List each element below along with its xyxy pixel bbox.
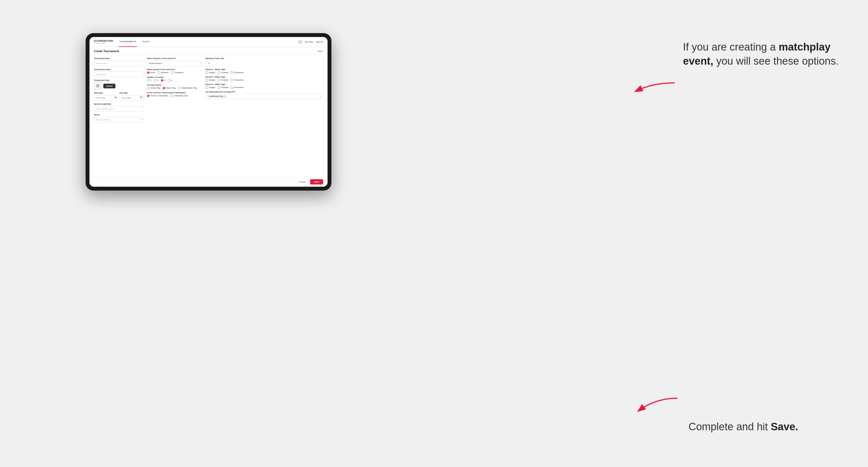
- round-4[interactable]: 4: [167, 79, 172, 82]
- round1-foursomes-radio[interactable]: [230, 71, 233, 74]
- scoring-medal-label: Medal Match Play: [181, 87, 197, 89]
- round2-fourball-radio[interactable]: [218, 79, 220, 82]
- teams-radio[interactable]: [147, 94, 150, 97]
- dates-group: Start date End date: [94, 92, 144, 101]
- round-4-radio[interactable]: [167, 79, 170, 82]
- venue-label: Venue: [94, 114, 144, 116]
- main-content: Create Tournament ← Back Tournament Host…: [90, 47, 328, 177]
- round1-fourball-radio[interactable]: [218, 71, 220, 74]
- upload-button[interactable]: Upload: [103, 84, 116, 88]
- sponsor-input[interactable]: [94, 106, 144, 112]
- gender-mens[interactable]: Mens: [147, 71, 155, 74]
- api-select-box[interactable]: Leaderboard King ✕ ▾: [206, 94, 323, 99]
- gender-womens-radio[interactable]: [157, 71, 160, 74]
- nav-user: Test User |: [305, 41, 314, 43]
- individuals-radio[interactable]: [170, 94, 173, 97]
- scoring-medal[interactable]: Medal Match Play: [178, 87, 197, 90]
- round2-singles-radio[interactable]: [206, 79, 208, 82]
- start-date-input[interactable]: [94, 95, 118, 101]
- round1-foursomes[interactable]: Foursomes: [230, 71, 244, 74]
- gender-group: Which gender is the event for? Mens Wome…: [147, 68, 202, 74]
- division-select[interactable]: NCAA Division I: [147, 61, 202, 66]
- tab-tournaments[interactable]: TOURNAMENTS: [119, 37, 137, 47]
- image-icon: [96, 84, 100, 88]
- round1-fourball[interactable]: Fourball: [218, 71, 228, 74]
- form-body: Tournament Host Tournament name Tourname…: [90, 55, 328, 128]
- round2-label: Round 2 - Match Type: [206, 76, 323, 78]
- tournament-name-input[interactable]: [94, 71, 144, 77]
- round2-foursomes-radio[interactable]: [230, 79, 233, 82]
- start-date-label: Start date: [94, 92, 118, 94]
- max-team-size-input[interactable]: 5: [206, 61, 217, 66]
- round3-singles[interactable]: Singles: [206, 86, 215, 89]
- round-4-label: 4: [171, 79, 172, 81]
- round2-fourball[interactable]: Fourball: [218, 79, 228, 82]
- round2-fourball-label: Fourball: [221, 79, 228, 81]
- round3-fourball[interactable]: Fourball: [218, 86, 228, 89]
- scoring-match[interactable]: Match Play: [163, 87, 176, 90]
- tournament-host-group: Tournament Host: [94, 57, 144, 66]
- tournament-name-group: Tournament name: [94, 68, 144, 77]
- round2-foursomes-label: Foursomes: [234, 79, 244, 81]
- tablet-screen: SCOREBOARD Powered by clippit TOURNAMENT…: [90, 37, 328, 187]
- gender-womens[interactable]: Womens: [157, 71, 169, 74]
- scoring-stroke[interactable]: Stroke Play: [147, 87, 160, 90]
- round-1[interactable]: 1: [147, 79, 152, 82]
- teams-group: Is this event for Teams and/or Individua…: [147, 92, 202, 97]
- individuals-option[interactable]: Individuals Only: [170, 94, 188, 97]
- round2-singles[interactable]: Singles: [206, 79, 215, 82]
- round-1-radio[interactable]: [147, 79, 150, 82]
- end-date-input[interactable]: [120, 95, 144, 101]
- round3-foursomes[interactable]: Foursomes: [230, 86, 244, 89]
- back-link[interactable]: ← Back: [315, 50, 323, 53]
- scoring-stroke-radio[interactable]: [147, 87, 150, 90]
- save-button[interactable]: Save: [310, 179, 323, 185]
- end-date-label: End date: [120, 92, 144, 94]
- tablet-frame: SCOREBOARD Powered by clippit TOURNAMENT…: [86, 33, 332, 191]
- venue-input[interactable]: [94, 117, 144, 123]
- round3-foursomes-radio[interactable]: [230, 86, 233, 89]
- api-remove-icon[interactable]: ✕: [224, 95, 226, 97]
- round1-section: Round 1 - Match Type Singles Fourball: [206, 68, 323, 74]
- round1-singles-radio[interactable]: [206, 71, 208, 74]
- tab-teams[interactable]: TEAMS: [142, 37, 150, 47]
- gender-combined-label: Combined: [175, 71, 183, 73]
- scoring-medal-radio[interactable]: [178, 87, 181, 90]
- max-team-size-group: Maximum Team Size 5: [206, 57, 323, 66]
- sponsor-label: Sponsor (optional): [94, 103, 144, 105]
- round3-fourball-radio[interactable]: [218, 86, 220, 89]
- venue-select-wrapper: [94, 117, 144, 123]
- logo-placeholder: [94, 82, 102, 90]
- round-2-radio[interactable]: [154, 79, 157, 82]
- scoring-match-radio[interactable]: [163, 87, 165, 90]
- start-date-field: Start date: [94, 92, 118, 101]
- round-3[interactable]: 3: [161, 79, 165, 82]
- api-label: Use third-party live scoring API?: [206, 91, 323, 93]
- round1-foursomes-label: Foursomes: [234, 71, 244, 73]
- avatar: [298, 40, 302, 44]
- date-row: Start date End date: [94, 92, 144, 101]
- gender-combined-radio[interactable]: [171, 71, 174, 74]
- round2-foursomes[interactable]: Foursomes: [230, 79, 244, 82]
- tournament-logo-label: Tournament logo: [94, 79, 144, 81]
- round1-singles[interactable]: Singles: [206, 71, 215, 74]
- round3-singles-radio[interactable]: [206, 86, 208, 89]
- teams-option[interactable]: Teams (+Individuals): [147, 94, 168, 97]
- api-group: Use third-party live scoring API? Leader…: [206, 91, 323, 99]
- start-date-wrapper: [94, 95, 118, 101]
- gender-mens-radio[interactable]: [147, 71, 150, 74]
- signout-link[interactable]: Sign out: [316, 41, 323, 43]
- logo-upload-area: Upload: [94, 82, 144, 90]
- gender-combined[interactable]: Combined: [171, 71, 183, 74]
- gender-mens-label: Mens: [151, 71, 155, 73]
- cancel-button[interactable]: Cancel: [297, 179, 308, 185]
- arrow-bottom-icon: [630, 396, 680, 419]
- round-2[interactable]: 2: [154, 79, 158, 82]
- round-3-radio[interactable]: [161, 79, 163, 82]
- division-select-wrapper: NCAA Division I: [147, 60, 202, 66]
- round3-foursomes-label: Foursomes: [234, 87, 244, 88]
- tournament-host-input[interactable]: [94, 61, 144, 66]
- arrow-right-icon: [628, 80, 677, 98]
- teams-label: Is this event for Teams and/or Individua…: [147, 92, 202, 94]
- annotation-right-text1: If you are creating a: [683, 41, 778, 53]
